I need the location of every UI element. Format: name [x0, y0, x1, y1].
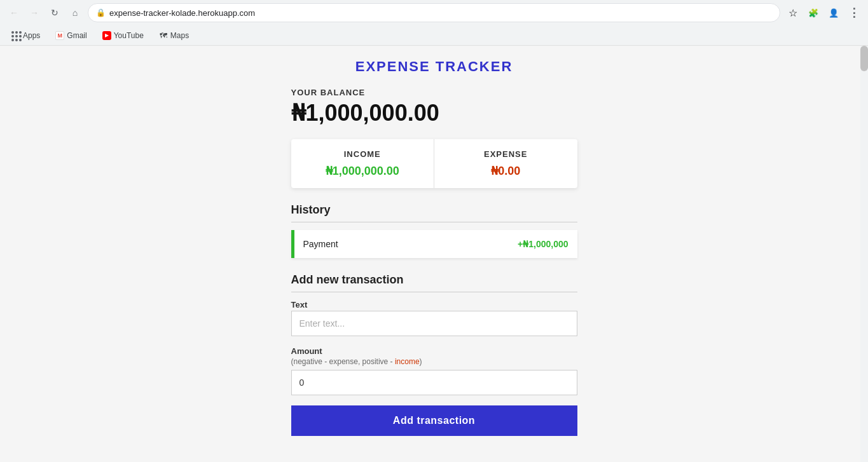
url-text: expense-tracker-kolade.herokuapp.com [109, 8, 255, 18]
bookmark-gmail-label: Gmail [67, 31, 86, 40]
amount-form-group: Amount (negative - expense, positive - i… [291, 346, 577, 395]
text-input[interactable] [291, 311, 577, 336]
browser-toolbar: ← → ↻ ⌂ 🔒 expense-tracker-kolade.herokua… [0, 0, 868, 25]
reload-button[interactable]: ↻ [46, 4, 64, 22]
transaction-amount: +₦1,000,000 [518, 239, 568, 249]
income-expense-card: INCOME ₦1,000,000.00 EXPENSE ₦0.00 [291, 139, 577, 188]
scrollbar-thumb[interactable] [860, 46, 868, 71]
apps-grid-icon [11, 31, 20, 40]
menu-button[interactable]: ⋮ [845, 4, 863, 22]
income-amount: ₦1,000,000.00 [301, 164, 424, 178]
extensions-button[interactable]: 🧩 [804, 4, 822, 22]
expense-section: EXPENSE ₦0.00 [434, 139, 577, 188]
positive-income-text: income [395, 357, 420, 366]
expense-amount: ₦0.00 [444, 164, 567, 178]
income-section: INCOME ₦1,000,000.00 [291, 139, 435, 188]
app-title: EXPENSE TRACKER [291, 58, 577, 75]
app-container: EXPENSE TRACKER YOUR BALANCE ₦1,000,000.… [291, 58, 577, 449]
bookmark-youtube[interactable]: ▶ YouTube [99, 30, 148, 41]
text-form-group: Text [291, 300, 577, 336]
bookmark-maps-label: Maps [170, 31, 189, 40]
gmail-icon: M [55, 31, 64, 40]
bookmark-star-button[interactable]: ☆ [784, 4, 802, 22]
history-section: History Payment +₦1,000,000 [291, 203, 577, 258]
amount-input[interactable] [291, 370, 577, 395]
add-transaction-button[interactable]: Add transaction [291, 405, 577, 436]
scrollbar-track[interactable] [860, 46, 868, 462]
balance-section: YOUR BALANCE ₦1,000,000.00 [291, 88, 577, 126]
add-transaction-section: Add new transaction Text Amount (negativ… [291, 273, 577, 436]
transaction-name: Payment [303, 239, 338, 249]
bookmark-gmail[interactable]: M Gmail [52, 30, 90, 41]
address-bar[interactable]: 🔒 expense-tracker-kolade.herokuapp.com [88, 3, 780, 22]
profile-button[interactable]: 👤 [825, 4, 843, 22]
bookmark-youtube-label: YouTube [114, 31, 144, 40]
history-divider [291, 222, 577, 222]
income-label: INCOME [301, 149, 424, 159]
lock-icon: 🔒 [96, 8, 106, 17]
maps-icon: 🗺 [159, 31, 168, 40]
youtube-icon: ▶ [102, 31, 111, 40]
bookmark-maps[interactable]: 🗺 Maps [155, 30, 193, 41]
amount-sublabel: (negative - expense, positive - income) [291, 357, 577, 366]
amount-label: Amount [291, 346, 577, 356]
bookmark-apps[interactable]: Apps [8, 30, 44, 41]
balance-label: YOUR BALANCE [291, 88, 577, 97]
text-label: Text [291, 300, 577, 309]
add-transaction-title: Add new transaction [291, 273, 577, 287]
history-title: History [291, 203, 577, 217]
expense-label: EXPENSE [444, 149, 567, 159]
add-transaction-divider [291, 292, 577, 292]
toolbar-icons: ☆ 🧩 👤 ⋮ [784, 4, 863, 22]
browser-chrome: ← → ↻ ⌂ 🔒 expense-tracker-kolade.herokua… [0, 0, 868, 46]
nav-buttons: ← → ↻ ⌂ [5, 4, 84, 22]
forward-button[interactable]: → [25, 4, 43, 22]
back-button[interactable]: ← [5, 4, 23, 22]
page-content: EXPENSE TRACKER YOUR BALANCE ₦1,000,000.… [0, 46, 868, 462]
bookmark-apps-label: Apps [23, 31, 40, 40]
home-button[interactable]: ⌂ [66, 4, 84, 22]
transaction-item: Payment +₦1,000,000 [291, 230, 577, 258]
balance-amount: ₦1,000,000.00 [291, 100, 577, 126]
bookmarks-bar: Apps M Gmail ▶ YouTube 🗺 Maps [0, 25, 868, 46]
